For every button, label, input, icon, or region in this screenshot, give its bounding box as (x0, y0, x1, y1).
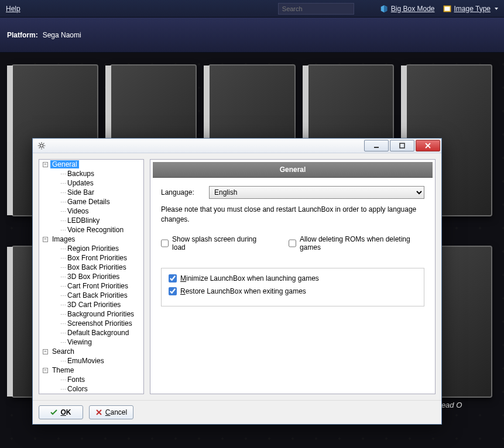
restore-label: Restore LaunchBox when exiting games (180, 287, 306, 295)
tree-node-search[interactable]: − Search (39, 347, 143, 356)
tree-item[interactable]: ⋯Backups (51, 169, 143, 178)
menu-help[interactable]: Help (6, 5, 20, 13)
platform-value: Sega Naomi (43, 31, 81, 39)
collapse-icon[interactable]: − (43, 368, 48, 373)
platform-label: Platform: (7, 31, 38, 39)
tree-item[interactable]: ⋯Screenshot Priorities (51, 319, 143, 328)
tree-item[interactable]: ⋯Cart Front Priorities (51, 281, 143, 291)
tree-item[interactable]: ⋯Game Details (51, 197, 143, 206)
image-type-button[interactable]: Image Type (443, 5, 498, 13)
allow-delete-checkbox[interactable] (289, 239, 296, 247)
tree-item[interactable]: ⋯Box Back Priorities (51, 263, 143, 272)
tree-item[interactable]: ⋯Box Front Priorities (51, 253, 143, 263)
tree-item[interactable]: ⋯3D Cart Priorities (51, 300, 143, 309)
minimize-label: Minimize LaunchBox when launching games (180, 274, 319, 282)
svg-point-2 (40, 144, 43, 147)
search-input[interactable] (278, 3, 354, 15)
tree-item[interactable]: ⋯EmuMovies (51, 356, 143, 366)
language-note: Please note that you must close and rest… (161, 205, 424, 225)
splash-label: Show splash screen during load (172, 235, 265, 251)
options-dialog: − General ⋯Backups ⋯Updates ⋯Side Bar ⋯G… (32, 138, 442, 425)
image-icon (443, 5, 451, 13)
options-content: General Language: English Please note th… (150, 159, 436, 394)
tree-item[interactable]: ⋯LEDBlinky (51, 216, 143, 225)
tree-item[interactable]: ⋯Videos (51, 206, 143, 216)
tree-item[interactable]: ⋯Region Priorities (51, 244, 143, 253)
platform-bar: Platform: Sega Naomi (0, 18, 504, 53)
splash-checkbox[interactable] (161, 239, 169, 247)
svg-rect-1 (444, 6, 450, 11)
collapse-icon[interactable]: − (43, 162, 48, 167)
big-box-mode-button[interactable]: Big Box Mode (380, 5, 435, 13)
language-label: Language: (161, 188, 202, 197)
gear-icon (37, 142, 46, 150)
svg-line-7 (39, 143, 40, 144)
svg-line-9 (39, 147, 40, 148)
section-header: General (153, 162, 433, 178)
check-icon (50, 409, 57, 416)
tree-item[interactable]: ⋯Viewing (51, 337, 143, 347)
close-button[interactable] (416, 140, 440, 151)
big-box-label: Big Box Mode (391, 5, 435, 13)
tree-item[interactable]: ⋯Background Priorities (51, 309, 143, 319)
cancel-button[interactable]: Cancel (89, 405, 133, 419)
tree-item[interactable]: ⋯Updates (51, 178, 143, 188)
dialog-titlebar[interactable] (33, 139, 441, 153)
tree-item[interactable]: ⋯Cart Back Priorities (51, 291, 143, 300)
ok-button[interactable]: OK (39, 405, 83, 419)
tree-item[interactable]: ⋯Fonts (51, 375, 143, 384)
restore-checkbox[interactable] (169, 287, 177, 295)
launch-options-group: Minimize LaunchBox when launching games … (161, 268, 424, 306)
collapse-icon[interactable]: − (43, 349, 48, 354)
tree-item[interactable]: ⋯Colors (51, 384, 143, 394)
allow-delete-label: Allow deleting ROMs when deleting games (300, 235, 424, 251)
minimize-checkbox[interactable] (169, 274, 177, 282)
options-tree[interactable]: − General ⋯Backups ⋯Updates ⋯Side Bar ⋯G… (39, 159, 144, 394)
tree-node-general[interactable]: − General (39, 160, 143, 169)
svg-line-10 (43, 143, 44, 144)
tree-node-theme[interactable]: − Theme (39, 366, 143, 375)
svg-line-8 (43, 147, 44, 148)
x-icon (95, 409, 102, 416)
svg-rect-12 (400, 143, 404, 148)
chevron-down-icon (495, 8, 498, 10)
tree-node-images[interactable]: − Images (39, 235, 143, 244)
language-select[interactable]: English (209, 186, 424, 199)
minimize-button[interactable] (364, 140, 389, 151)
tree-item[interactable]: ⋯Side Bar (51, 188, 143, 197)
tree-item[interactable]: ⋯3D Box Priorities (51, 272, 143, 281)
maximize-button[interactable] (390, 140, 414, 151)
collapse-icon[interactable]: − (43, 237, 48, 242)
cube-icon (380, 5, 388, 13)
image-type-label: Image Type (454, 5, 491, 13)
tree-item[interactable]: ⋯Default Background (51, 328, 143, 337)
tree-item[interactable]: ⋯Voice Recognition (51, 225, 143, 235)
